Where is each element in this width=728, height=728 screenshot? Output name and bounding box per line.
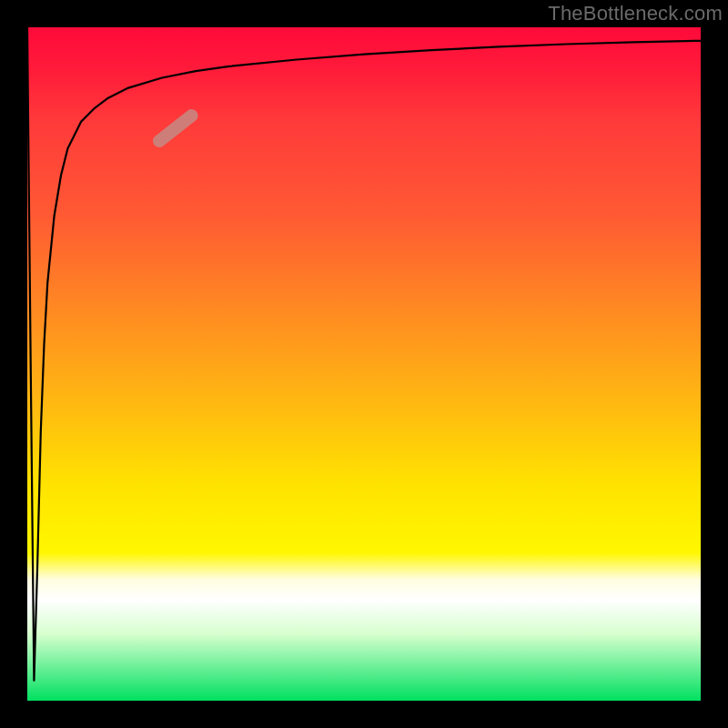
curve-svg: [27, 27, 701, 701]
chart-frame: TheBottleneck.com: [0, 0, 728, 728]
bottleneck-curve: [27, 27, 701, 681]
plot-area: [27, 27, 701, 701]
watermark-text: TheBottleneck.com: [548, 2, 723, 25]
highlight-marker: [150, 106, 200, 149]
